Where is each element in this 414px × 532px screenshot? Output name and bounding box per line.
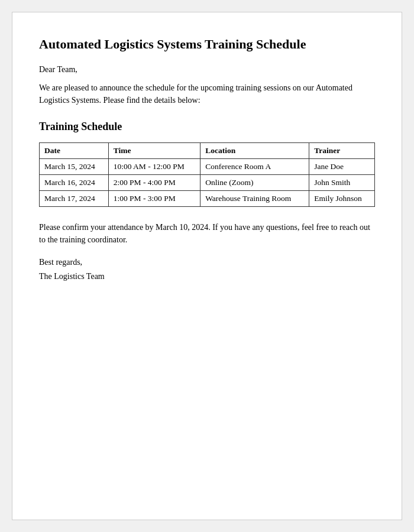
table-cell-1-1: 2:00 PM - 4:00 PM — [108, 174, 200, 190]
page-container: Automated Logistics Systems Training Sch… — [12, 12, 402, 520]
col-header-time: Time — [108, 142, 200, 158]
table-row: March 16, 20242:00 PM - 4:00 PMOnline (Z… — [40, 174, 375, 190]
table-header-row: Date Time Location Trainer — [40, 142, 375, 158]
table-row: March 17, 20241:00 PM - 3:00 PMWarehouse… — [40, 190, 375, 206]
table-cell-1-2: Online (Zoom) — [200, 174, 309, 190]
greeting-text: Dear Team, — [39, 65, 375, 74]
table-cell-2-0: March 17, 2024 — [40, 190, 109, 206]
schedule-table: Date Time Location Trainer March 15, 202… — [39, 142, 375, 207]
table-cell-1-3: John Smith — [309, 174, 375, 190]
col-header-location: Location — [200, 142, 309, 158]
col-header-trainer: Trainer — [309, 142, 375, 158]
table-cell-2-3: Emily Johnson — [309, 190, 375, 206]
table-row: March 15, 202410:00 AM - 12:00 PMConfere… — [40, 158, 375, 174]
footer-text: Please confirm your attendance by March … — [39, 221, 375, 246]
section-title: Training Schedule — [39, 121, 375, 133]
table-cell-0-3: Jane Doe — [309, 158, 375, 174]
page-title: Automated Logistics Systems Training Sch… — [39, 36, 375, 53]
table-cell-2-2: Warehouse Training Room — [200, 190, 309, 206]
table-cell-2-1: 1:00 PM - 3:00 PM — [108, 190, 200, 206]
team-name-text: The Logistics Team — [39, 272, 375, 281]
table-cell-1-0: March 16, 2024 — [40, 174, 109, 190]
intro-text: We are pleased to announce the schedule … — [39, 82, 375, 106]
regards-text: Best regards, — [39, 258, 375, 267]
table-cell-0-1: 10:00 AM - 12:00 PM — [108, 158, 200, 174]
col-header-date: Date — [40, 142, 109, 158]
table-cell-0-0: March 15, 2024 — [40, 158, 109, 174]
table-cell-0-2: Conference Room A — [200, 158, 309, 174]
